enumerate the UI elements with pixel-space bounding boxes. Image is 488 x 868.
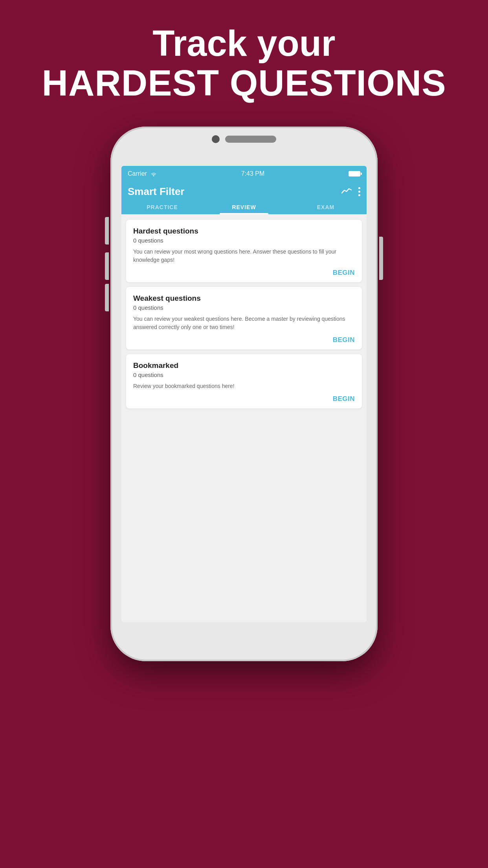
bookmarked-card-count: 0 questions [133,371,355,378]
nav-title: Smart Filter [128,186,185,198]
bookmarked-begin-button[interactable]: BEGIN [333,395,355,403]
phone-frame: Carrier 7:43 PM Smart Filter [110,127,378,661]
hardest-begin-button[interactable]: BEGIN [333,269,355,277]
status-right [349,171,360,177]
speaker-grille [225,136,276,143]
hardest-card-title: Hardest questions [133,227,355,235]
status-time: 7:43 PM [241,170,265,177]
hardest-questions-card: Hardest questions 0 questions You can re… [126,220,362,282]
weakest-begin-button[interactable]: BEGIN [333,336,355,344]
tab-bar: PRACTICE REVIEW EXAM [121,198,367,214]
chart-icon[interactable] [341,187,352,197]
status-left: Carrier [128,170,157,177]
battery-icon [349,171,360,177]
nav-icons [341,187,360,197]
bookmarked-begin-area: BEGIN [133,395,355,403]
front-camera [212,135,220,143]
header-section: Track your HARDEST QUESTIONS [42,24,446,103]
navigation-bar: Smart Filter [121,182,367,198]
weakest-questions-card: Weakest questions 0 questions You can re… [126,287,362,349]
hardest-card-desc: You can review your most wrong questions… [133,248,355,264]
content-area: Hardest questions 0 questions You can re… [121,214,367,622]
carrier-label: Carrier [128,170,147,177]
status-bar: Carrier 7:43 PM [121,166,367,182]
wifi-icon [150,171,157,177]
tab-review[interactable]: REVIEW [203,201,285,214]
tab-practice[interactable]: PRACTICE [121,201,203,214]
hardest-begin-area: BEGIN [133,269,355,277]
weakest-begin-area: BEGIN [133,336,355,344]
header-line1: Track your [42,24,446,63]
weakest-card-title: Weakest questions [133,294,355,303]
phone-mockup: Carrier 7:43 PM Smart Filter [110,127,378,661]
bookmarked-card: Bookmarked 0 questions Review your bookm… [126,354,362,408]
hardest-card-count: 0 questions [133,237,355,244]
weakest-card-desc: You can review your weakest questions he… [133,315,355,331]
tab-exam[interactable]: EXAM [285,201,367,214]
battery-fill [349,172,360,176]
camera-area [212,135,276,143]
more-options-icon[interactable] [358,187,360,196]
bookmarked-card-title: Bookmarked [133,361,355,370]
weakest-card-count: 0 questions [133,304,355,311]
header-line2: HARDEST QUESTIONS [42,63,446,103]
bookmarked-card-desc: Review your bookmarked questions here! [133,382,355,390]
phone-screen: Carrier 7:43 PM Smart Filter [121,166,367,622]
